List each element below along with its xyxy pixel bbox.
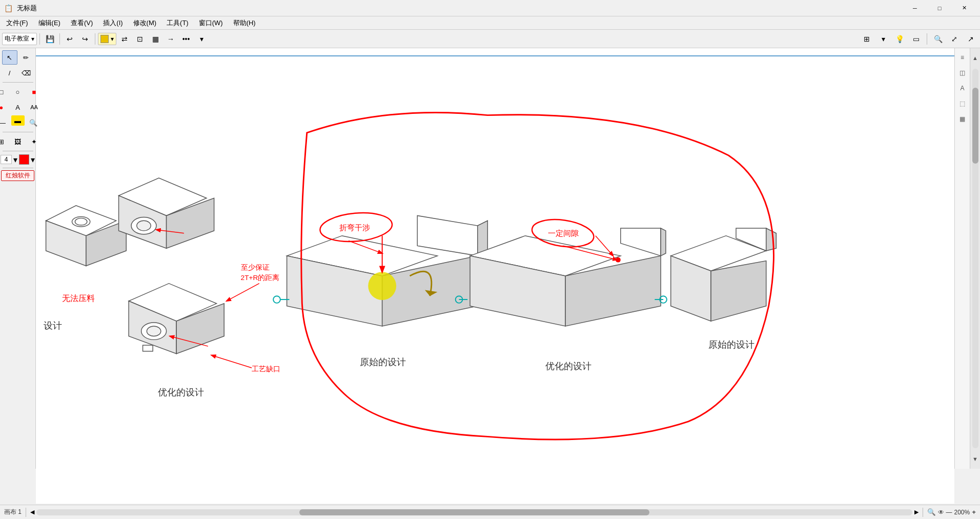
line-thick-button[interactable]: — (0, 115, 10, 130)
rp-btn3[interactable]: A (956, 81, 969, 95)
color-selector-row: 4 ▾ ▾ (0, 153, 36, 166)
title-text: 无标题 (17, 4, 37, 13)
color-num-arrow: ▾ (13, 155, 17, 165)
rect-tool-button[interactable]: □ (0, 85, 9, 99)
svg-text:一定间隙: 一定间隙 (548, 229, 579, 237)
color-dropdown[interactable]: ▾ (98, 33, 116, 45)
image-button[interactable]: 🖼 (10, 134, 26, 149)
circle-tool-button[interactable]: ○ (10, 85, 26, 99)
minimize-button[interactable]: ─ (903, 1, 927, 15)
tool-btn3[interactable]: ▦ (148, 32, 162, 46)
color-swatch-red[interactable] (19, 154, 29, 165)
search-button[interactable]: 🔍 (26, 115, 41, 130)
tool-btn2[interactable]: ⊡ (133, 32, 147, 46)
lt-row4: ● A AA (0, 100, 42, 114)
rp-btn4[interactable]: ⬚ (956, 96, 969, 111)
svg-text:至少保证: 至少保证 (241, 264, 270, 271)
menu-window[interactable]: 窗口(W) (195, 17, 227, 29)
brand-label: 红烛软件 (1, 170, 34, 181)
maximize-button[interactable]: □ (928, 1, 951, 15)
select-tool-button[interactable]: ↖ (2, 50, 17, 65)
page-label: 画布 1 (4, 508, 22, 516)
lt-row1: ↖ ✏ (2, 50, 34, 65)
scroll-right-btn[interactable]: ▶ (914, 509, 918, 515)
tool-btn4[interactable]: → (164, 32, 178, 46)
pen-tool-button[interactable]: ✏ (18, 50, 34, 65)
right-tool7[interactable]: ↗ (964, 32, 978, 46)
toolbar-separator (39, 33, 40, 45)
star-button[interactable]: ✦ (27, 134, 42, 149)
lt-row3: □ ○ ■ (0, 85, 42, 99)
menu-modify[interactable]: 修改(M) (129, 17, 161, 29)
zoom-out-button[interactable]: 🔍 (927, 508, 936, 516)
save-button[interactable]: 💾 (43, 32, 57, 46)
canvas-area[interactable]: 无法压料 设计 至少保证 2T+R的距离 工艺缺口 优化的设计 折弯干涉 一定间… (36, 48, 954, 504)
menu-insert[interactable]: 插入(I) (99, 17, 127, 29)
right-tool3[interactable]: 💡 (892, 32, 907, 46)
rp-btn5[interactable]: ▦ (956, 112, 969, 126)
scroll-thumb (299, 509, 649, 515)
undo-button[interactable]: ↩ (63, 32, 77, 46)
redo-button[interactable]: ↪ (78, 32, 92, 46)
rp-btn2[interactable]: ◫ (956, 66, 969, 80)
menu-help[interactable]: 帮助(H) (229, 17, 260, 29)
zoom-separator: — (946, 509, 952, 516)
svg-text:2T+R的距离: 2T+R的距离 (241, 274, 280, 282)
menu-tools[interactable]: 工具(T) (162, 17, 193, 29)
text-tool-button[interactable]: A (10, 100, 26, 114)
zoom-in-button[interactable]: + (972, 508, 976, 516)
right-tool4[interactable]: ▭ (909, 32, 923, 46)
svg-point-17 (147, 326, 160, 336)
svg-text:工艺缺口: 工艺缺口 (252, 365, 280, 373)
svg-point-6 (75, 218, 87, 225)
status-sep2 (923, 508, 923, 517)
left-toolbar: ↖ ✏ / ⌫ □ ○ ■ ● A AA — ▬ 🔍 ⊞ 🖼 ✦ 4 ▾ ▾ 红… (0, 48, 36, 469)
lt-row5: — ▬ 🔍 (0, 115, 41, 130)
svg-text:优化的设计: 优化的设计 (158, 387, 204, 397)
fill-rect-button[interactable]: ■ (27, 85, 42, 99)
svg-text:原始的设计: 原始的设计 (708, 340, 754, 350)
svg-text:无法压料: 无法压料 (62, 294, 95, 303)
eraser-tool-button[interactable]: ⌫ (18, 66, 34, 80)
color-number[interactable]: 4 (1, 155, 12, 164)
color-swatch (100, 35, 109, 43)
rp-btn1[interactable]: ≡ (956, 50, 969, 65)
svg-marker-34 (661, 228, 666, 256)
scroll-down-btn[interactable]: ▼ (971, 451, 979, 467)
status-bar: 画布 1 ◀ ▶ 🔍 👁 — 200% + (0, 505, 980, 519)
horizontal-scrollbar[interactable] (36, 509, 912, 515)
close-button[interactable]: ✕ (952, 1, 976, 15)
right-tool6[interactable]: ⤢ (947, 32, 962, 46)
right-tool5[interactable]: 🔍 (931, 32, 945, 46)
svg-point-11 (137, 221, 151, 231)
toolbar-label-dropdown[interactable]: 电子教室 ▾ (2, 33, 37, 45)
highlight-button[interactable]: ▬ (11, 115, 25, 126)
fill-circle-button[interactable]: ● (0, 100, 9, 114)
tool-btn6[interactable]: ▾ (194, 32, 209, 46)
lt-sep3 (3, 151, 33, 151)
right-tool1[interactable]: ⊞ (860, 32, 874, 46)
right-panel: ≡ ◫ A ⬚ ▦ (954, 48, 970, 469)
svg-point-25 (368, 272, 396, 300)
line-tool-button[interactable]: / (2, 66, 17, 80)
tool-btn5[interactable]: ••• (179, 32, 193, 46)
zoom-label: 200% (954, 509, 970, 516)
svg-text:原始的设计: 原始的设计 (360, 357, 406, 367)
tb-sep-right (927, 33, 927, 45)
zoom-controls: 🔍 👁 — 200% + (927, 508, 976, 516)
toolbar-label-text: 电子教室 (5, 34, 29, 43)
main-toolbar: 电子教室 ▾ 💾 ↩ ↪ ▾ ⇄ ⊡ ▦ → ••• ▾ ⊞ ▾ 💡 ▭ 🔍 ⤢… (0, 30, 980, 48)
right-scrollbar: ▲ ▼ (970, 48, 980, 469)
text-tool2-button[interactable]: AA (27, 100, 42, 114)
tool-btn1[interactable]: ⇄ (117, 32, 132, 46)
menu-edit[interactable]: 编辑(E) (34, 17, 65, 29)
scroll-left-btn[interactable]: ◀ (30, 509, 34, 515)
grid-button[interactable]: ⊞ (0, 134, 9, 149)
toolbar-separator2 (59, 33, 60, 45)
color-arrow2: ▾ (31, 155, 35, 165)
menu-view[interactable]: 查看(V) (67, 17, 97, 29)
menu-file[interactable]: 文件(F) (2, 17, 32, 29)
right-tool2[interactable]: ▾ (876, 32, 890, 46)
canvas-svg: 无法压料 设计 至少保证 2T+R的距离 工艺缺口 优化的设计 折弯干涉 一定间… (36, 48, 954, 504)
scroll-up-btn[interactable]: ▲ (971, 50, 979, 66)
